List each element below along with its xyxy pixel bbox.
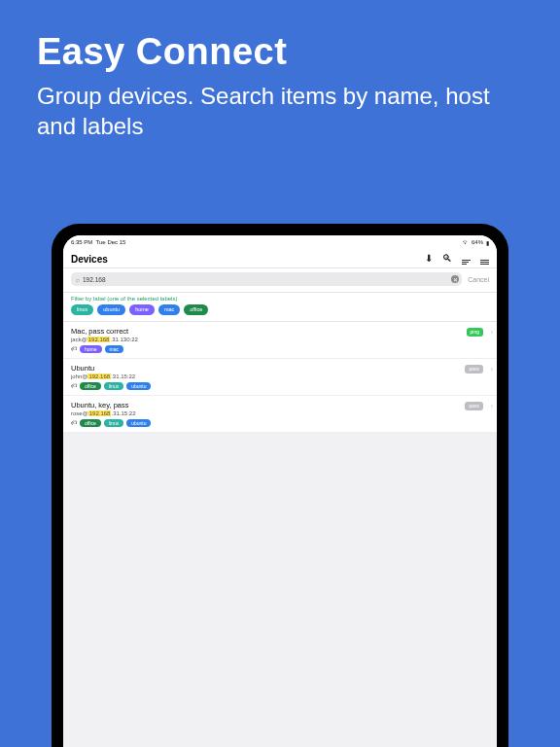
tag-pill[interactable]: office bbox=[80, 419, 101, 427]
chevron-icon: › bbox=[491, 366, 493, 373]
tag-pill[interactable]: mac bbox=[105, 345, 123, 353]
filter-chip[interactable]: linux bbox=[71, 304, 93, 314]
device-tags: 🏷officelinuxubuntu bbox=[71, 382, 489, 390]
page-title: Devices bbox=[71, 254, 108, 265]
device-list: Mac, pass correctjack@192.168.31.130:22🏷… bbox=[63, 322, 497, 433]
tag-icon: 🏷 bbox=[71, 420, 77, 426]
chevron-icon: › bbox=[491, 403, 493, 409]
magnify-icon: ⌕ bbox=[76, 276, 80, 283]
sort-icon[interactable] bbox=[462, 253, 471, 265]
device-name: Mac, pass correct bbox=[71, 327, 489, 336]
tag-pill[interactable]: linux bbox=[104, 419, 123, 427]
status-right: ᯤ 64% ▮ bbox=[463, 239, 489, 246]
device-row[interactable]: Ubuntu, key, passrose@192.168.31.15:22🏷o… bbox=[63, 396, 497, 433]
tag-icon: 🏷 bbox=[71, 346, 77, 352]
tag-pill[interactable]: ubuntu bbox=[126, 382, 151, 390]
status-bar: 6:35 PM Tue Dec 15 ᯤ 64% ▮ bbox=[63, 235, 497, 249]
device-tags: 🏷officelinuxubuntu bbox=[71, 419, 489, 427]
status-badge: pass bbox=[465, 365, 483, 374]
device-row[interactable]: Ubuntujohn@192.168.31.15:22🏷officelinuxu… bbox=[63, 359, 497, 396]
filter-chip[interactable]: ubuntu bbox=[97, 304, 125, 314]
download-icon[interactable]: ⬇ bbox=[425, 254, 433, 264]
device-tags: 🏷homemac bbox=[71, 345, 489, 353]
hero-title: Easy Connect bbox=[37, 31, 523, 73]
tablet-frame: 6:35 PM Tue Dec 15 ᯤ 64% ▮ Devices ⬇ 🔍︎ … bbox=[52, 224, 508, 747]
filter-chips: linuxubuntuhomemacoffice bbox=[71, 304, 489, 314]
filter-chip[interactable]: home bbox=[129, 304, 155, 314]
navbar: Devices ⬇ 🔍︎ bbox=[63, 249, 497, 268]
device-conn: jack@192.168.31.130:22 bbox=[71, 337, 489, 342]
hero: Easy Connect Group devices. Search items… bbox=[0, 0, 560, 159]
search-input[interactable]: ⌕ 192.168 ✕ bbox=[71, 272, 462, 286]
tag-pill[interactable]: linux bbox=[104, 382, 123, 390]
device-row[interactable]: Mac, pass correctjack@192.168.31.130:22🏷… bbox=[63, 322, 497, 359]
clear-icon[interactable]: ✕ bbox=[451, 275, 459, 283]
hero-subtitle: Group devices. Search items by name, hos… bbox=[37, 81, 523, 141]
search-value: 192.168 bbox=[83, 276, 106, 283]
filter-chip[interactable]: office bbox=[184, 304, 208, 314]
device-name: Ubuntu, key, pass bbox=[71, 401, 489, 409]
filter-hint: Filter by label (one of the selected lab… bbox=[71, 296, 489, 302]
filter-block: Filter by label (one of the selected lab… bbox=[63, 293, 497, 321]
status-badge: pass bbox=[465, 402, 483, 410]
tag-icon: 🏷 bbox=[71, 383, 77, 389]
search-row: ⌕ 192.168 ✕ Cancel bbox=[63, 268, 497, 293]
battery-pct: 64% bbox=[472, 239, 483, 245]
tag-pill[interactable]: home bbox=[80, 345, 102, 353]
tag-pill[interactable]: ubuntu bbox=[126, 419, 151, 427]
status-time: 6:35 PM Tue Dec 15 bbox=[71, 239, 125, 245]
tag-pill[interactable]: office bbox=[80, 382, 101, 390]
device-name: Ubuntu bbox=[71, 364, 489, 373]
cancel-button[interactable]: Cancel bbox=[468, 276, 489, 283]
battery-icon: ▮ bbox=[486, 239, 489, 246]
screen: 6:35 PM Tue Dec 15 ᯤ 64% ▮ Devices ⬇ 🔍︎ … bbox=[63, 235, 497, 747]
empty-area: Scan + bbox=[63, 433, 497, 747]
filter-chip[interactable]: mac bbox=[158, 304, 180, 314]
search-icon[interactable]: 🔍︎ bbox=[442, 254, 452, 264]
device-conn: john@192.168.31.15:22 bbox=[71, 374, 489, 379]
wifi-icon: ᯤ bbox=[463, 239, 469, 245]
status-badge: ping bbox=[467, 328, 483, 337]
device-conn: rose@192.168.31.15:22 bbox=[71, 410, 489, 416]
chevron-icon: › bbox=[491, 329, 493, 336]
view-icon[interactable] bbox=[480, 253, 489, 265]
